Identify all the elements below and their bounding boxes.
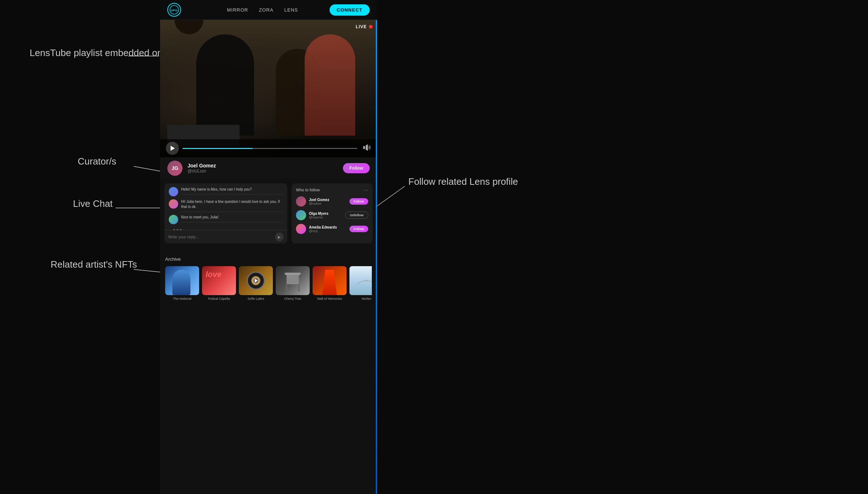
chat-avatar-2	[169, 199, 178, 209]
typing-indicator	[169, 227, 283, 230]
svg-point-12	[365, 280, 368, 282]
play-button[interactable]	[166, 142, 179, 155]
connect-button[interactable]: CONNECT	[330, 4, 370, 16]
follow-title: Who to follow	[296, 188, 320, 192]
person-3	[305, 34, 355, 136]
curator-section: JG Joel Gomez @nULoor Follow	[160, 157, 377, 179]
progress-bar[interactable]	[182, 148, 357, 149]
annotation-curator: Curator/s	[78, 156, 116, 168]
nav-link-lens[interactable]: LENS	[284, 7, 298, 13]
follow-header: Who to follow ···	[296, 187, 368, 193]
archive-item-6[interactable]: Norlen	[349, 266, 372, 301]
video-container: LIVE	[160, 20, 377, 157]
chat-send-button[interactable]: ▶	[275, 233, 284, 241]
chat-input-area: ▶	[164, 230, 287, 243]
who-to-follow-panel: Who to follow ··· Joel Gomez @nuloor Fol…	[292, 183, 373, 243]
follow-handle-2: @myerso	[309, 216, 342, 219]
follow-avatar-3	[296, 224, 306, 234]
curator-follow-button[interactable]: Follow	[343, 163, 370, 173]
follow-handle-3: @nUL	[309, 229, 347, 233]
chat-input[interactable]	[168, 235, 272, 239]
follow-user-2: Olga Myers @myerso Unfollow	[296, 210, 368, 220]
archive-thumb-3	[239, 266, 273, 295]
chat-avatar-3	[169, 215, 178, 224]
follow-btn-3[interactable]: Follow	[349, 226, 369, 232]
chat-text-1: Hello! My name is Alex, how can I help y…	[181, 187, 283, 195]
follow-handle-1: @nuloor	[309, 202, 347, 205]
svg-rect-9	[286, 284, 287, 291]
follow-info-2: Olga Myers @myerso	[309, 212, 342, 219]
curator-avatar: JG	[167, 161, 182, 176]
archive-thumb-6	[349, 266, 372, 295]
follow-user-3: Amelia Edwards @nUL Follow	[296, 224, 368, 234]
nav-link-mirror[interactable]: MIRROR	[227, 7, 248, 13]
archive-label-1: The Notional	[165, 297, 199, 301]
content-area: Hello! My name is Alex, how can I help y…	[160, 179, 377, 248]
follow-btn-1[interactable]: Follow	[349, 198, 369, 205]
video-controls	[160, 139, 377, 157]
svg-line-4	[377, 186, 405, 206]
archive-section: Archive The Notional love Podval Capella	[160, 251, 377, 306]
app-container: UFO MIRROR ZORA LENS CONNECT LIVE	[160, 0, 377, 494]
red-dress	[322, 270, 337, 295]
right-border	[376, 0, 377, 494]
archive-label-5: Wall of Memories	[313, 297, 347, 301]
svg-text:UFO: UFO	[171, 9, 177, 12]
svg-rect-10	[298, 284, 300, 291]
follow-btn-2[interactable]: Unfollow	[345, 212, 368, 219]
annotation-follow-lens: Follow related Lens profile	[408, 176, 518, 187]
play-icon	[171, 146, 175, 151]
progress-fill	[182, 148, 253, 149]
annotation-nfts: Related artist's NFTs	[51, 259, 137, 271]
logo: UFO	[167, 3, 181, 17]
nav-link-zora[interactable]: ZORA	[259, 7, 274, 13]
follow-avatar-2	[296, 210, 306, 220]
play-icon-3	[252, 276, 260, 285]
chat-avatar-1	[169, 187, 178, 196]
archive-label-6: Norlen	[349, 297, 372, 301]
nav-links: MIRROR ZORA LENS	[206, 7, 319, 13]
audio-icon[interactable]	[363, 144, 371, 153]
curator-name: Joel Gomez	[188, 163, 338, 169]
follow-avatar-1	[296, 196, 306, 206]
archive-item-3[interactable]: Sofie Lattre	[239, 266, 273, 301]
chat-messages: Hello! My name is Alex, how can I help y…	[164, 183, 287, 230]
chat-text-3: Nice to meet you, Julia!	[181, 215, 283, 222]
archive-item-5[interactable]: Wall of Memories	[313, 266, 347, 301]
archive-item-1[interactable]: The Notional	[165, 266, 199, 301]
archive-title: Archive	[165, 256, 372, 262]
archive-thumb-2: love	[202, 266, 236, 295]
curator-handle: @nULoor	[188, 169, 338, 174]
follow-name-2: Olga Myers	[309, 212, 342, 216]
live-dot	[369, 25, 373, 29]
archive-label-3: Sofie Lattre	[239, 297, 273, 301]
video-background: LIVE	[160, 20, 377, 157]
archive-thumb-1	[165, 266, 199, 295]
follow-name-1: Joel Gomez	[309, 198, 347, 202]
archive-item-2[interactable]: love Podval Capella	[202, 266, 236, 301]
annotation-live-chat: Live Chat	[73, 198, 113, 210]
play-overlay-3	[239, 266, 273, 295]
chat-message-3: Nice to meet you, Julia!	[169, 215, 283, 224]
follow-more-icon[interactable]: ···	[364, 187, 368, 193]
svg-rect-7	[363, 146, 365, 149]
chat-message-2: Hi! Julia here, I have a few question I …	[169, 199, 283, 212]
svg-rect-11	[285, 273, 301, 275]
script-text: love	[206, 270, 222, 279]
archive-thumb-5	[313, 266, 347, 295]
curator-info: Joel Gomez @nULoor	[188, 163, 338, 174]
archive-item-4[interactable]: Cherry Tree	[276, 266, 310, 301]
person-1	[196, 34, 254, 136]
archive-label-4: Cherry Tree	[276, 297, 310, 301]
live-badge: LIVE	[356, 24, 373, 29]
navbar: UFO MIRROR ZORA LENS CONNECT	[160, 0, 377, 20]
follow-user-1: Joel Gomez @nuloor Follow	[296, 196, 368, 206]
svg-rect-8	[287, 273, 299, 284]
archive-grid: The Notional love Podval Capella S	[165, 266, 372, 301]
chat-panel: Hello! My name is Alex, how can I help y…	[164, 183, 287, 243]
archive-thumb-4	[276, 266, 310, 295]
logo-area: UFO	[167, 3, 181, 17]
follow-info-1: Joel Gomez @nuloor	[309, 198, 347, 205]
live-label: LIVE	[356, 24, 367, 29]
follow-info-3: Amelia Edwards @nUL	[309, 225, 347, 233]
